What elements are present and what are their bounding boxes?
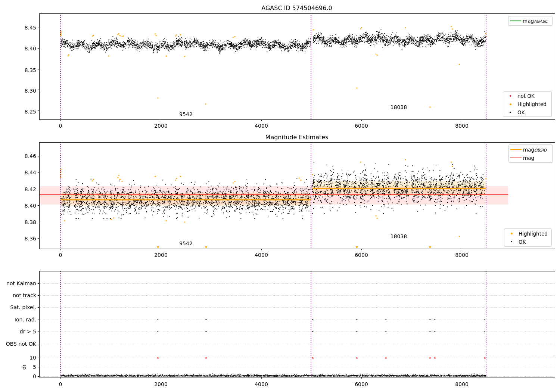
p2-xtick: 8000 xyxy=(455,252,469,258)
legend-label-mag-agasc: magAGASC xyxy=(523,18,547,24)
p2-ytick: 8.42 xyxy=(25,186,36,192)
p1-xtick: 0 xyxy=(59,123,62,129)
p1-ytick: 8.45 xyxy=(25,25,36,31)
p3-ytick-not-kalman: not Kalman xyxy=(6,280,36,286)
p2-ytick: 8.40 xyxy=(25,203,36,209)
p2-xtick: 6000 xyxy=(355,252,368,258)
legend-mag-agasc: magAGASC xyxy=(508,16,553,26)
p3-xtick: 8000 xyxy=(455,381,469,387)
figure: AGASC ID 574504696.0 Magnitude Estimates… xyxy=(0,0,560,392)
top-plot-title: AGASC ID 574504696.0 xyxy=(261,4,332,12)
plot-canvas xyxy=(0,0,560,392)
p1-ytick: 8.25 xyxy=(25,109,36,115)
legend-label-not-ok: not OK xyxy=(517,93,535,99)
p3-ytick-5: 5 xyxy=(33,364,36,370)
legend-top-markers: not OK Highlighted OK xyxy=(503,91,552,117)
p3-ytick-dr-gt-5: dr > 5 xyxy=(20,329,36,335)
legend-label-ok: OK xyxy=(519,239,526,245)
orange-dot-icon xyxy=(504,233,519,234)
p3-xtick: 6000 xyxy=(355,381,368,387)
red-line-icon xyxy=(509,158,523,158)
p1-xtick: 2000 xyxy=(154,123,168,129)
p3-ytick-0: 0 xyxy=(33,373,36,379)
p3-ytick-obs-not-ok: OBS not OK xyxy=(6,341,36,347)
legend-middle-lines: magOBSID mag xyxy=(508,144,553,163)
black-dot-icon xyxy=(503,112,517,113)
p2-ytick: 8.38 xyxy=(25,219,36,225)
legend-label-mag-obsid: magOBSID xyxy=(523,147,547,153)
p3-ytick-ion-rad: Ion. rad. xyxy=(15,317,36,323)
legend-label-ok: OK xyxy=(517,109,525,115)
p2-xtick: 4000 xyxy=(255,252,268,258)
orange-dot-icon xyxy=(503,103,517,105)
obsid-label-18038-middle: 18038 xyxy=(391,233,407,239)
obsid-label-9542-middle: 9542 xyxy=(179,240,193,246)
p2-ytick: 8.36 xyxy=(25,236,36,242)
obsid-label-9542-top: 9542 xyxy=(179,111,193,117)
legend-label-mag: mag xyxy=(523,155,534,161)
p3-xtick: 4000 xyxy=(255,381,268,387)
p2-ytick: 8.46 xyxy=(25,153,36,159)
p3-xtick: 2000 xyxy=(154,381,168,387)
p1-xtick: 4000 xyxy=(255,123,268,129)
p3-xtick: 0 xyxy=(59,381,62,387)
p2-xtick: 0 xyxy=(59,252,62,258)
p2-xtick: 2000 xyxy=(154,252,168,258)
p3-ylabel-dr: dr xyxy=(21,364,27,370)
red-dot-icon xyxy=(503,95,517,97)
black-dot-icon xyxy=(504,241,519,243)
p1-ytick: 8.35 xyxy=(25,67,36,73)
p3-ytick-10: 10 xyxy=(29,355,36,361)
p3-ytick-not-track: not track xyxy=(13,292,36,298)
legend-label-highlighted: Highlighted xyxy=(519,231,548,237)
orange-line-icon xyxy=(509,149,523,150)
obsid-label-18038-top: 18038 xyxy=(391,104,407,110)
p2-ytick: 8.44 xyxy=(25,169,36,175)
p1-xtick: 6000 xyxy=(355,123,368,129)
legend-label-highlighted: Highlighted xyxy=(517,101,547,107)
legend-middle-markers: Highlighted OK xyxy=(504,228,552,247)
p1-xtick: 8000 xyxy=(455,123,469,129)
p3-ytick-sat-pixel: Sat. pixel. xyxy=(10,304,36,310)
middle-plot-title: Magnitude Estimates xyxy=(265,134,329,141)
green-line-icon xyxy=(508,21,523,21)
p1-ytick: 8.30 xyxy=(25,88,36,94)
p1-ytick: 8.40 xyxy=(25,46,36,52)
